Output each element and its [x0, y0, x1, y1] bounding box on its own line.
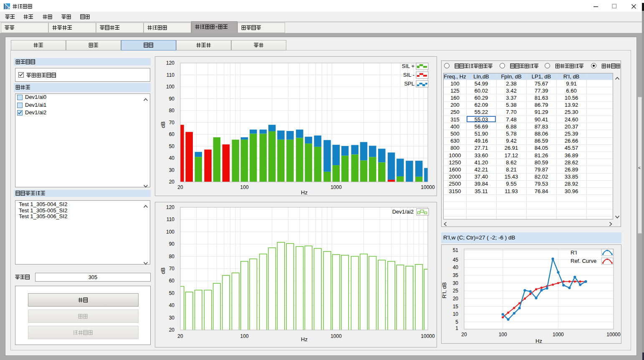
svg-text:40: 40 — [169, 302, 175, 308]
svg-text:Hz: Hz — [301, 336, 308, 342]
svg-text:30: 30 — [169, 315, 175, 321]
svg-text:Hz: Hz — [535, 338, 542, 344]
svg-text:70: 70 — [169, 120, 175, 126]
svg-text:1000: 1000 — [331, 184, 342, 190]
svg-text:30: 30 — [169, 167, 175, 173]
svg-text:10000: 10000 — [606, 332, 621, 337]
svg-text:20: 20 — [169, 327, 175, 333]
svg-text:SPL: SPL — [404, 81, 414, 87]
svg-text:40: 40 — [169, 155, 175, 161]
svg-text:dB: dB — [160, 121, 166, 128]
svg-text:Dev1/ai2: Dev1/ai2 — [392, 209, 414, 215]
svg-text:10000: 10000 — [421, 184, 435, 190]
svg-text:20: 20 — [169, 179, 175, 185]
svg-text:90: 90 — [169, 96, 175, 102]
svg-text:5: 5 — [455, 319, 458, 325]
svg-text:SIL -: SIL - — [403, 72, 414, 78]
svg-text:70: 70 — [169, 266, 175, 272]
svg-text:100: 100 — [166, 84, 174, 90]
svg-text:20: 20 — [177, 184, 183, 190]
svg-text:1: 1 — [455, 325, 458, 331]
svg-text:100: 100 — [240, 333, 249, 339]
svg-text:30: 30 — [453, 280, 459, 286]
svg-text:60: 60 — [169, 278, 175, 284]
svg-text:50: 50 — [169, 290, 175, 296]
svg-text:1000: 1000 — [331, 333, 342, 339]
svg-text:110: 110 — [167, 217, 174, 222]
svg-text:R'I, dB: R'I, dB — [441, 282, 447, 299]
svg-text:25: 25 — [453, 288, 459, 294]
svg-text:20: 20 — [453, 296, 459, 302]
svg-text:35: 35 — [453, 272, 459, 278]
svg-text:60: 60 — [169, 131, 175, 137]
svg-text:90: 90 — [169, 241, 175, 247]
svg-text:15: 15 — [453, 304, 459, 310]
svg-text:120: 120 — [166, 204, 174, 210]
svg-text:10000: 10000 — [421, 333, 435, 339]
svg-text:110: 110 — [167, 72, 174, 78]
svg-text:100: 100 — [499, 332, 507, 337]
svg-text:80: 80 — [169, 108, 175, 113]
svg-text:20: 20 — [461, 332, 467, 337]
svg-text:80: 80 — [169, 254, 175, 259]
svg-text:100: 100 — [166, 229, 174, 235]
svg-text:dB: dB — [160, 267, 166, 274]
svg-text:51: 51 — [453, 247, 459, 253]
svg-text:120: 120 — [166, 60, 174, 66]
svg-text:Ref. Curve: Ref. Curve — [571, 258, 596, 264]
svg-text:R'I: R'I — [571, 249, 577, 256]
svg-text:1000: 1000 — [553, 332, 564, 337]
svg-text:50: 50 — [169, 143, 175, 149]
svg-text:Hz: Hz — [301, 189, 308, 196]
svg-text:SIL +: SIL + — [402, 63, 414, 69]
svg-text:40: 40 — [453, 264, 459, 270]
svg-text:45: 45 — [453, 257, 459, 263]
svg-text:10: 10 — [453, 311, 459, 317]
svg-text:100: 100 — [240, 184, 249, 190]
svg-text:20: 20 — [177, 333, 183, 339]
